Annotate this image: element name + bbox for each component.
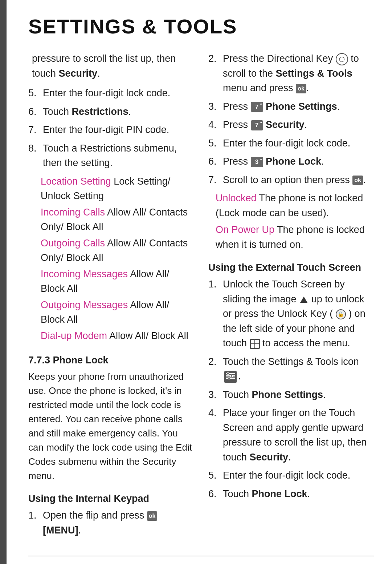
submenu-item: Location Setting Lock Setting/ Unlock Se… bbox=[41, 174, 194, 204]
key-7-icon: 7″ bbox=[251, 102, 263, 112]
submenu-item: Incoming Messages Allow All/ Block All bbox=[41, 267, 194, 296]
external-touch-heading: Using the External Touch Screen bbox=[208, 262, 374, 273]
svg-rect-2 bbox=[226, 378, 235, 379]
list-item: 8. Touch a Restrictions submenu, then th… bbox=[28, 141, 194, 170]
right-list: 2. Press the Directional Key ◯ to scroll… bbox=[208, 51, 374, 187]
page-content: SETTINGS & TOOLS pressure to scroll the … bbox=[7, 0, 392, 564]
submenu-item: Incoming Calls Allow All/ Contacts Only/… bbox=[41, 205, 194, 234]
section-773-body: Keeps your phone from unauthorized use. … bbox=[28, 370, 194, 483]
grid-icon bbox=[250, 339, 260, 349]
internal-keypad-heading: Using the Internal Keypad bbox=[28, 493, 194, 504]
scroll-option-item: On Power Up The phone is locked when it … bbox=[216, 222, 374, 252]
list-item: 2. Touch the Settings & Tools icon bbox=[208, 354, 374, 384]
list-item: 5. Enter the four-digit lock code. bbox=[28, 86, 194, 101]
list-item: 1. Open the flip and press ok [MENU]. bbox=[28, 508, 194, 537]
left-column: pressure to scroll the list up, then tou… bbox=[28, 51, 194, 541]
ok-button-icon: ok bbox=[296, 84, 306, 93]
settings-tools-bold: Settings & Tools bbox=[276, 68, 352, 79]
settings-icon-svg bbox=[224, 371, 237, 383]
submenu-item: Dial-up Modem Allow All/ Block All bbox=[41, 329, 194, 343]
two-column-layout: pressure to scroll the list up, then tou… bbox=[28, 51, 374, 541]
list-item: 5. Enter the four-digit lock code. bbox=[208, 136, 374, 151]
list-item: 7. Scroll to an option then press ok. bbox=[208, 173, 374, 188]
list-item: 3. Press 7″ Phone Settings. bbox=[208, 99, 374, 114]
unlock-key-icon: 🔒 bbox=[336, 309, 346, 319]
ok-button-icon: ok bbox=[147, 511, 158, 521]
svg-point-4 bbox=[230, 375, 233, 377]
list-item: 5. Enter the four-digit lock code. bbox=[208, 468, 374, 483]
right-column: 2. Press the Directional Key ◯ to scroll… bbox=[208, 51, 374, 541]
triangle-icon bbox=[300, 297, 307, 303]
section-773-heading: 7.7.3 Phone Lock bbox=[28, 355, 194, 366]
list-item: 3. Touch Phone Settings. bbox=[208, 387, 374, 402]
phone-lock-bold2: Phone Lock bbox=[252, 488, 307, 499]
submenu-item: Outgoing Calls Allow All/ Contacts Only/… bbox=[41, 236, 194, 265]
internal-keypad-list: 1. Open the flip and press ok [MENU]. bbox=[28, 508, 194, 537]
scroll-option-item: Unlocked The phone is not locked (Lock m… bbox=[216, 191, 374, 220]
list-item: 6. Press 3″ Phone Lock. bbox=[208, 154, 374, 169]
key-7b-icon: 7″ bbox=[251, 120, 263, 130]
scroll-options-list: Unlocked The phone is not locked (Lock m… bbox=[208, 191, 374, 252]
restrictions-bold: Restrictions bbox=[72, 106, 128, 117]
svg-point-5 bbox=[228, 377, 230, 379]
left-list: 5. Enter the four-digit lock code. 6. To… bbox=[28, 86, 194, 170]
security-bold3: Security bbox=[250, 452, 289, 463]
security-bold2: Security bbox=[266, 119, 305, 130]
brand-v: V bbox=[65, 562, 74, 564]
list-item: 6. Touch Restrictions. bbox=[28, 104, 194, 119]
footer: 142 enVTOUCH bbox=[28, 556, 374, 564]
menu-bold: [MENU] bbox=[43, 525, 78, 536]
list-item: 2. Press the Directional Key ◯ to scroll… bbox=[208, 51, 374, 96]
list-item: 7. Enter the four-digit PIN code. bbox=[28, 122, 194, 137]
svg-point-3 bbox=[227, 372, 229, 375]
directional-key-icon: ◯ bbox=[336, 53, 348, 65]
settings-tools-icon bbox=[224, 371, 237, 383]
ok-button-icon2: ok bbox=[352, 176, 363, 185]
intro-text: pressure to scroll the list up, then tou… bbox=[28, 51, 194, 81]
phone-settings-bold: Phone Settings bbox=[266, 101, 337, 112]
list-item: 6. Touch Phone Lock. bbox=[208, 487, 374, 501]
page-title: SETTINGS & TOOLS bbox=[28, 15, 374, 38]
submenu-list: Location Setting Lock Setting/ Unlock Se… bbox=[28, 174, 194, 343]
left-bar bbox=[0, 0, 7, 564]
phone-settings-bold2: Phone Settings bbox=[252, 389, 323, 400]
list-item: 4. Place your finger on the Touch Screen… bbox=[208, 406, 374, 464]
security-bold: Security bbox=[59, 68, 98, 79]
submenu-item: Outgoing Messages Allow All/ Block All bbox=[41, 298, 194, 327]
key-3-icon: 3″ bbox=[251, 157, 263, 167]
external-touch-list: 1. Unlock the Touch Screen by sliding th… bbox=[208, 277, 374, 501]
phone-lock-bold: Phone Lock bbox=[266, 156, 321, 167]
list-item: 1. Unlock the Touch Screen by sliding th… bbox=[208, 277, 374, 351]
brand-logo: enVTOUCH bbox=[52, 562, 106, 564]
list-item: 4. Press 7″ Security. bbox=[208, 117, 374, 132]
